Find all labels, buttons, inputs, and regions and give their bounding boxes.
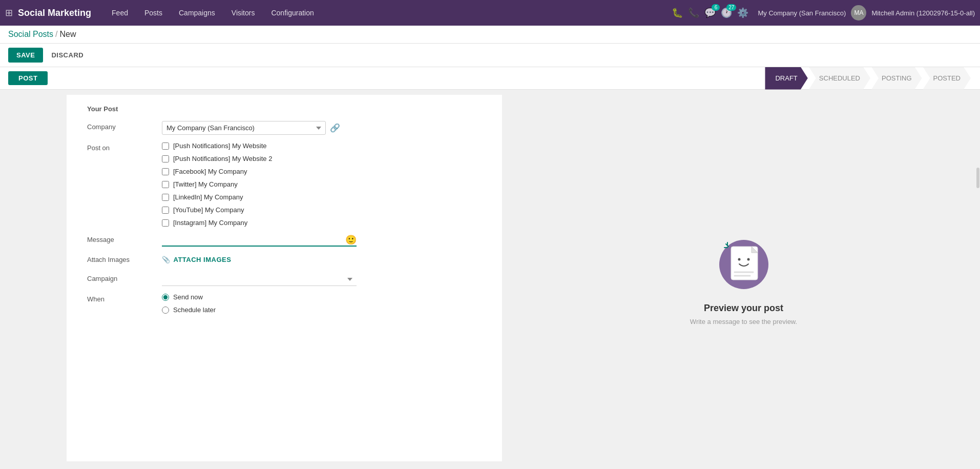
campaign-select[interactable] xyxy=(162,273,357,286)
attach-images-button[interactable]: 📎 ATTACH IMAGES xyxy=(162,254,231,266)
when-field: Send now Schedule later xyxy=(162,293,482,314)
channel-instagram-label: [Instagram] My Company xyxy=(173,219,247,227)
step-scheduled[interactable]: SCHEDULED xyxy=(809,67,870,90)
scrollbar[interactable] xyxy=(976,167,980,466)
attach-images-btn-label: ATTACH IMAGES xyxy=(174,256,232,263)
channel-push-1-label: [Push Notifications] My Website xyxy=(173,142,267,150)
when-send-now-label: Send now xyxy=(173,293,203,301)
company-select[interactable]: My Company (San Francisco) xyxy=(162,121,326,135)
nav-visitors[interactable]: Visitors xyxy=(223,0,263,26)
post-on-label: Post on xyxy=(87,142,154,152)
action-bar: SAVE DISCARD xyxy=(0,44,980,67)
nav-feed[interactable]: Feed xyxy=(103,0,136,26)
save-button[interactable]: SAVE xyxy=(8,48,43,63)
tools-icon[interactable]: ⚙️ xyxy=(737,7,748,18)
channel-twitter-checkbox[interactable] xyxy=(162,181,169,188)
company-row: Company My Company (San Francisco) 🔗 xyxy=(87,121,482,135)
channel-linkedin-checkbox[interactable] xyxy=(162,194,169,201)
channel-push-1-checkbox[interactable] xyxy=(162,142,169,150)
clock-icon[interactable]: 🕐 27 xyxy=(721,7,732,18)
breadcrumb: Social Posts / New xyxy=(0,26,980,44)
channel-twitter[interactable]: [Twitter] My Company xyxy=(162,180,482,188)
campaign-label: Campaign xyxy=(87,273,154,282)
channel-twitter-label: [Twitter] My Company xyxy=(173,180,238,188)
main-content: Your Post Company My Company (San Franci… xyxy=(0,90,980,466)
bug-icon[interactable]: 🐛 xyxy=(672,7,683,18)
channel-facebook[interactable]: [Facebook] My Company xyxy=(162,168,482,175)
company-field: My Company (San Francisco) 🔗 xyxy=(162,121,482,135)
channel-facebook-checkbox[interactable] xyxy=(162,168,169,175)
attach-icon: 📎 xyxy=(162,256,171,263)
post-on-field: [Push Notifications] My Website [Push No… xyxy=(162,142,482,227)
channel-list: [Push Notifications] My Website [Push No… xyxy=(162,142,482,227)
chat-icon[interactable]: 💬 6 xyxy=(704,7,716,18)
breadcrumb-parent[interactable]: Social Posts xyxy=(8,30,53,39)
message-input[interactable] xyxy=(162,234,345,246)
preview-title: Preview your post xyxy=(704,303,783,314)
step-posting[interactable]: POSTING xyxy=(871,67,922,90)
message-field: 🙂 xyxy=(162,234,482,247)
attach-images-row: Attach Images 📎 ATTACH IMAGES xyxy=(87,254,482,266)
nav-campaigns[interactable]: Campaigns xyxy=(171,0,223,26)
when-schedule-later[interactable]: Schedule later xyxy=(162,306,482,314)
campaign-field xyxy=(162,273,482,286)
channel-instagram[interactable]: [Instagram] My Company xyxy=(162,219,482,227)
channel-push-2[interactable]: [Push Notifications] My Website 2 xyxy=(162,155,482,162)
workflow-steps: DRAFT SCHEDULED POSTING POSTED xyxy=(765,67,972,90)
status-bar: POST DRAFT SCHEDULED POSTING POSTED xyxy=(0,67,980,90)
nav-menu: Feed Posts Campaigns Visitors Configurat… xyxy=(103,0,672,26)
when-schedule-later-label: Schedule later xyxy=(173,306,216,314)
preview-subtitle: Write a message to see the preview. xyxy=(690,318,797,325)
nav-configuration[interactable]: Configuration xyxy=(263,0,322,26)
chat-badge: 6 xyxy=(712,4,720,11)
phone-icon[interactable]: 📞 xyxy=(688,7,699,18)
clock-badge: 27 xyxy=(726,4,736,11)
channel-push-2-checkbox[interactable] xyxy=(162,155,169,162)
username: Mitchell Admin (12002976-15-0-all) xyxy=(871,9,975,17)
breadcrumb-current: New xyxy=(60,30,76,39)
channel-push-1[interactable]: [Push Notifications] My Website xyxy=(162,142,482,150)
when-options: Send now Schedule later xyxy=(162,293,482,314)
campaign-row: Campaign xyxy=(87,273,482,286)
post-on-row: Post on [Push Notifications] My Website … xyxy=(87,142,482,227)
message-label: Message xyxy=(87,234,154,243)
avatar[interactable]: MA xyxy=(851,5,866,21)
channel-linkedin[interactable]: [LinkedIn] My Company xyxy=(162,193,482,201)
attach-images-label: Attach Images xyxy=(87,254,154,263)
svg-point-3 xyxy=(747,258,749,260)
message-input-wrapper: 🙂 xyxy=(162,234,357,247)
top-navigation: ⊞ Social Marketing Feed Posts Campaigns … xyxy=(0,0,980,26)
preview-panel: Preview your post Write a message to see… xyxy=(507,90,980,466)
channel-youtube[interactable]: [YouTube] My Company xyxy=(162,206,482,214)
preview-illustration xyxy=(713,231,775,293)
when-row: When Send now Schedule later xyxy=(87,293,482,314)
channel-youtube-label: [YouTube] My Company xyxy=(173,206,244,214)
brand-name: Social Marketing xyxy=(18,8,91,18)
channel-facebook-label: [Facebook] My Company xyxy=(173,168,247,175)
company-name: My Company (San Francisco) xyxy=(758,9,846,17)
discard-button[interactable]: DISCARD xyxy=(47,48,88,63)
svg-point-2 xyxy=(738,258,740,260)
channel-linkedin-label: [LinkedIn] My Company xyxy=(173,193,243,201)
attach-images-field: 📎 ATTACH IMAGES xyxy=(162,254,482,266)
when-send-now[interactable]: Send now xyxy=(162,293,482,301)
nav-posts[interactable]: Posts xyxy=(136,0,171,26)
post-button[interactable]: POST xyxy=(8,71,48,85)
breadcrumb-separator: / xyxy=(55,30,57,39)
channel-push-2-label: [Push Notifications] My Website 2 xyxy=(173,155,272,162)
step-draft[interactable]: DRAFT xyxy=(765,67,807,90)
when-send-now-radio[interactable] xyxy=(162,294,169,301)
emoji-icon[interactable]: 🙂 xyxy=(345,234,357,246)
message-row: Message 🙂 xyxy=(87,234,482,247)
scrollbar-thumb[interactable] xyxy=(976,168,979,188)
grid-icon[interactable]: ⊞ xyxy=(5,7,13,18)
external-link-icon[interactable]: 🔗 xyxy=(330,123,340,133)
nav-right: 🐛 📞 💬 6 🕐 27 ⚙️ My Company (San Francisc… xyxy=(672,5,975,21)
when-label: When xyxy=(87,293,154,303)
when-schedule-later-radio[interactable] xyxy=(162,307,169,314)
step-posted[interactable]: POSTED xyxy=(923,67,971,90)
channel-instagram-checkbox[interactable] xyxy=(162,219,169,227)
channel-youtube-checkbox[interactable] xyxy=(162,207,169,214)
section-title: Your Post xyxy=(87,105,482,113)
company-label: Company xyxy=(87,121,154,131)
